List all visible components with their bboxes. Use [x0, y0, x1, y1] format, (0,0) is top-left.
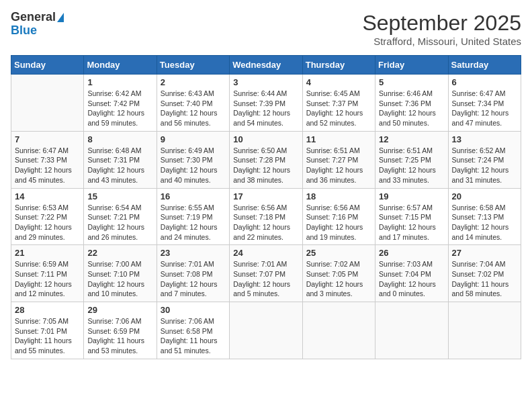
- calendar-day-cell: 14Sunrise: 6:53 AMSunset: 7:22 PMDayligh…: [11, 188, 84, 245]
- calendar-day-cell: 10Sunrise: 6:50 AMSunset: 7:28 PMDayligh…: [230, 131, 302, 188]
- day-info: Sunrise: 6:42 AMSunset: 7:42 PMDaylight:…: [87, 89, 152, 128]
- calendar-day-cell: [302, 302, 375, 359]
- day-info: Sunrise: 7:02 AMSunset: 7:05 PMDaylight:…: [306, 259, 371, 299]
- calendar-header-cell: Saturday: [448, 56, 521, 75]
- calendar-day-cell: 29Sunrise: 7:06 AMSunset: 6:59 PMDayligh…: [84, 302, 157, 359]
- calendar-day-cell: 12Sunrise: 6:51 AMSunset: 7:25 PMDayligh…: [375, 131, 448, 188]
- calendar-week-row: 1Sunrise: 6:42 AMSunset: 7:42 PMDaylight…: [11, 75, 521, 132]
- calendar-day-cell: 26Sunrise: 7:03 AMSunset: 7:04 PMDayligh…: [375, 245, 448, 302]
- calendar-day-cell: 3Sunrise: 6:44 AMSunset: 7:39 PMDaylight…: [230, 75, 302, 132]
- calendar-day-cell: 5Sunrise: 6:46 AMSunset: 7:36 PMDaylight…: [375, 75, 448, 132]
- calendar-day-cell: [230, 302, 302, 359]
- day-info: Sunrise: 7:06 AMSunset: 6:58 PMDaylight:…: [161, 316, 226, 356]
- calendar-day-cell: 24Sunrise: 7:01 AMSunset: 7:07 PMDayligh…: [230, 245, 302, 302]
- day-number: 19: [379, 191, 444, 201]
- calendar-day-cell: 20Sunrise: 6:58 AMSunset: 7:13 PMDayligh…: [448, 188, 521, 245]
- calendar-header-row: SundayMondayTuesdayWednesdayThursdayFrid…: [11, 56, 521, 75]
- day-number: 3: [233, 77, 298, 87]
- calendar-day-cell: 28Sunrise: 7:05 AMSunset: 7:01 PMDayligh…: [11, 302, 84, 359]
- day-number: 24: [233, 248, 298, 258]
- calendar-day-cell: 11Sunrise: 6:51 AMSunset: 7:27 PMDayligh…: [302, 131, 375, 188]
- calendar-day-cell: [375, 302, 448, 359]
- day-info: Sunrise: 7:04 AMSunset: 7:02 PMDaylight:…: [452, 259, 517, 299]
- logo-icon: [57, 13, 64, 22]
- day-number: 25: [306, 248, 371, 258]
- calendar-day-cell: 16Sunrise: 6:55 AMSunset: 7:19 PMDayligh…: [157, 188, 229, 245]
- day-info: Sunrise: 6:51 AMSunset: 7:25 PMDaylight:…: [379, 146, 444, 185]
- calendar-header-cell: Thursday: [302, 56, 375, 75]
- calendar-day-cell: 4Sunrise: 6:45 AMSunset: 7:37 PMDaylight…: [302, 75, 375, 132]
- day-info: Sunrise: 7:03 AMSunset: 7:04 PMDaylight:…: [379, 259, 444, 299]
- calendar-week-row: 7Sunrise: 6:47 AMSunset: 7:33 PMDaylight…: [11, 131, 521, 188]
- day-number: 27: [452, 248, 517, 258]
- day-number: 18: [306, 191, 371, 201]
- day-number: 26: [379, 248, 444, 258]
- day-info: Sunrise: 6:45 AMSunset: 7:37 PMDaylight:…: [306, 89, 371, 128]
- calendar-day-cell: [448, 302, 521, 359]
- calendar-header-cell: Monday: [84, 56, 157, 75]
- day-number: 10: [233, 134, 298, 144]
- calendar-day-cell: 6Sunrise: 6:47 AMSunset: 7:34 PMDaylight…: [448, 75, 521, 132]
- month-title: September 2025: [362, 11, 521, 36]
- calendar-week-row: 14Sunrise: 6:53 AMSunset: 7:22 PMDayligh…: [11, 188, 521, 245]
- day-number: 7: [15, 134, 80, 144]
- calendar-day-cell: 19Sunrise: 6:57 AMSunset: 7:15 PMDayligh…: [375, 188, 448, 245]
- calendar-header-cell: Tuesday: [157, 56, 229, 75]
- calendar-day-cell: 27Sunrise: 7:04 AMSunset: 7:02 PMDayligh…: [448, 245, 521, 302]
- calendar-day-cell: [11, 75, 84, 132]
- logo-general: General: [11, 11, 56, 24]
- day-number: 12: [379, 134, 444, 144]
- day-number: 17: [233, 191, 298, 201]
- day-number: 22: [87, 248, 152, 258]
- day-info: Sunrise: 6:57 AMSunset: 7:15 PMDaylight:…: [379, 203, 444, 242]
- location: Strafford, Missouri, United States: [362, 36, 521, 47]
- day-number: 6: [452, 77, 517, 87]
- logo-blue: Blue: [11, 24, 37, 38]
- day-info: Sunrise: 6:56 AMSunset: 7:16 PMDaylight:…: [306, 203, 371, 242]
- day-number: 14: [15, 191, 80, 201]
- day-info: Sunrise: 7:01 AMSunset: 7:07 PMDaylight:…: [233, 259, 298, 299]
- calendar-header-cell: Friday: [375, 56, 448, 75]
- day-info: Sunrise: 6:56 AMSunset: 7:18 PMDaylight:…: [233, 203, 298, 242]
- day-info: Sunrise: 6:58 AMSunset: 7:13 PMDaylight:…: [452, 203, 517, 242]
- day-number: 21: [15, 248, 80, 258]
- day-info: Sunrise: 7:00 AMSunset: 7:10 PMDaylight:…: [87, 259, 152, 299]
- day-number: 20: [452, 191, 517, 201]
- day-info: Sunrise: 6:49 AMSunset: 7:30 PMDaylight:…: [161, 146, 226, 185]
- day-info: Sunrise: 6:51 AMSunset: 7:27 PMDaylight:…: [306, 146, 371, 185]
- day-info: Sunrise: 6:59 AMSunset: 7:11 PMDaylight:…: [15, 259, 80, 299]
- day-number: 29: [87, 305, 152, 315]
- day-number: 28: [15, 305, 80, 315]
- day-number: 11: [306, 134, 371, 144]
- calendar-header-cell: Wednesday: [230, 56, 302, 75]
- day-number: 1: [87, 77, 152, 87]
- calendar-day-cell: 30Sunrise: 7:06 AMSunset: 6:58 PMDayligh…: [157, 302, 229, 359]
- day-number: 13: [452, 134, 517, 144]
- day-number: 2: [161, 77, 226, 87]
- day-info: Sunrise: 6:43 AMSunset: 7:40 PMDaylight:…: [161, 89, 226, 128]
- day-info: Sunrise: 6:52 AMSunset: 7:24 PMDaylight:…: [452, 146, 517, 185]
- day-number: 5: [379, 77, 444, 87]
- calendar-table: SundayMondayTuesdayWednesdayThursdayFrid…: [11, 55, 521, 359]
- day-number: 15: [87, 191, 152, 201]
- calendar-header-cell: Sunday: [11, 56, 84, 75]
- day-info: Sunrise: 7:01 AMSunset: 7:08 PMDaylight:…: [161, 259, 226, 299]
- calendar-day-cell: 2Sunrise: 6:43 AMSunset: 7:40 PMDaylight…: [157, 75, 229, 132]
- calendar-day-cell: 18Sunrise: 6:56 AMSunset: 7:16 PMDayligh…: [302, 188, 375, 245]
- day-info: Sunrise: 6:47 AMSunset: 7:33 PMDaylight:…: [15, 146, 80, 185]
- day-info: Sunrise: 6:47 AMSunset: 7:34 PMDaylight:…: [452, 89, 517, 128]
- day-number: 9: [161, 134, 226, 144]
- calendar-week-row: 21Sunrise: 6:59 AMSunset: 7:11 PMDayligh…: [11, 245, 521, 302]
- calendar-day-cell: 25Sunrise: 7:02 AMSunset: 7:05 PMDayligh…: [302, 245, 375, 302]
- calendar-day-cell: 15Sunrise: 6:54 AMSunset: 7:21 PMDayligh…: [84, 188, 157, 245]
- calendar-day-cell: 8Sunrise: 6:48 AMSunset: 7:31 PMDaylight…: [84, 131, 157, 188]
- day-info: Sunrise: 6:54 AMSunset: 7:21 PMDaylight:…: [87, 203, 152, 242]
- calendar-day-cell: 13Sunrise: 6:52 AMSunset: 7:24 PMDayligh…: [448, 131, 521, 188]
- day-number: 4: [306, 77, 371, 87]
- title-area: September 2025 Strafford, Missouri, Unit…: [362, 11, 521, 47]
- calendar-day-cell: 1Sunrise: 6:42 AMSunset: 7:42 PMDaylight…: [84, 75, 157, 132]
- logo: General Blue: [11, 11, 64, 38]
- calendar-day-cell: 23Sunrise: 7:01 AMSunset: 7:08 PMDayligh…: [157, 245, 229, 302]
- day-info: Sunrise: 7:05 AMSunset: 7:01 PMDaylight:…: [15, 316, 80, 356]
- day-number: 30: [161, 305, 226, 315]
